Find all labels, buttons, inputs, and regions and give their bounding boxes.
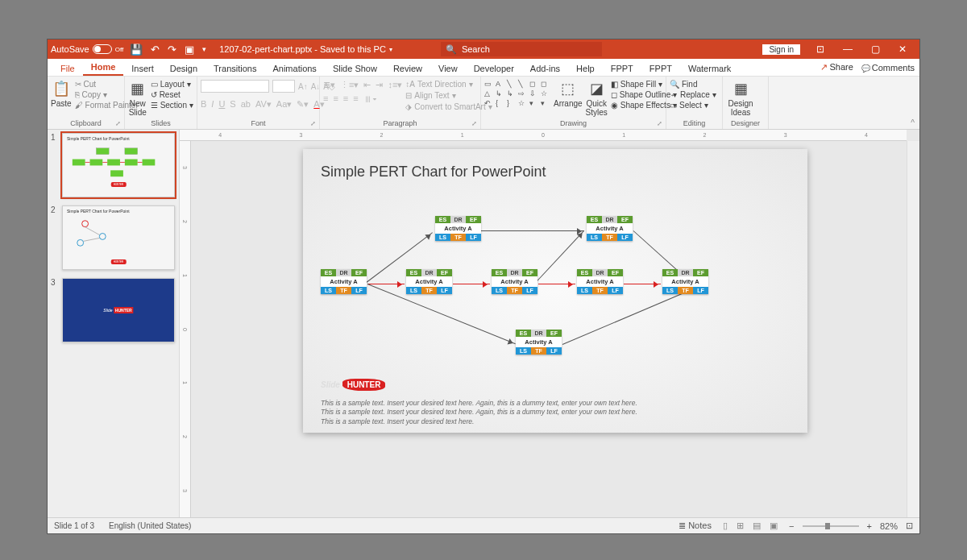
shapes-gallery[interactable]: ▭A╲╲◻◻ △↳↳⇨⇩☆ ↶{}☆▾▾: [484, 80, 550, 107]
tab-view[interactable]: View: [430, 60, 466, 76]
align-center-button[interactable]: ≡: [333, 93, 338, 103]
zoom-level[interactable]: 82%: [880, 521, 898, 531]
shrink-font-icon[interactable]: A↓: [311, 82, 321, 91]
slide-editor[interactable]: 432101234 3210123 Simple PERT Chart for …: [180, 130, 919, 517]
save-icon[interactable]: 💾: [130, 44, 143, 56]
text-direction-button[interactable]: ↕A Text Direction ▾: [405, 80, 492, 89]
indent-inc-button[interactable]: ⇥: [376, 80, 383, 90]
highlight-button[interactable]: ✎▾: [297, 99, 309, 110]
align-right-button[interactable]: ≡: [343, 93, 348, 103]
tab-fppt-2[interactable]: FPPT: [641, 60, 680, 76]
reading-view-icon[interactable]: ▤: [749, 521, 764, 530]
language-status[interactable]: English (United States): [109, 521, 191, 530]
ribbon-mode-icon[interactable]: ⊡: [807, 39, 834, 59]
tab-design[interactable]: Design: [162, 60, 205, 76]
font-launcher-icon[interactable]: ⤢: [310, 120, 316, 127]
vertical-scrollbar[interactable]: [907, 141, 919, 517]
slide-counter[interactable]: Slide 1 of 3: [54, 521, 94, 530]
thumbnail-3[interactable]: 3 Slide HUNTER: [51, 278, 176, 342]
design-ideas-button[interactable]: ▦ Design Ideas: [726, 80, 755, 117]
align-text-button[interactable]: ⊟ Align Text ▾: [405, 91, 492, 100]
tab-slideshow[interactable]: Slide Show: [325, 60, 385, 76]
strike-button[interactable]: S: [230, 99, 235, 110]
slide-title[interactable]: Simple PERT Chart for PowerPoint: [321, 164, 790, 180]
paragraph-launcher-icon[interactable]: ⤢: [471, 120, 477, 127]
replace-button[interactable]: ↔ Replace ▾: [670, 90, 716, 99]
section-button[interactable]: ☰ Section ▾: [151, 101, 193, 110]
shadow-button[interactable]: ab: [241, 99, 251, 110]
italic-button[interactable]: I: [211, 99, 214, 110]
pert-node[interactable]: ESDREFActivity ALSTFLF: [406, 269, 452, 294]
find-button[interactable]: 🔍 Find: [670, 80, 716, 89]
arrange-button[interactable]: ⬚ Arrange: [554, 80, 583, 108]
clipboard-launcher-icon[interactable]: ⤢: [115, 120, 121, 127]
tab-file[interactable]: File: [52, 60, 83, 76]
search-box[interactable]: 🔍 Search: [441, 42, 602, 56]
smartart-button[interactable]: ⬗ Convert to SmartArt ▾: [405, 102, 492, 111]
tab-home[interactable]: Home: [83, 59, 124, 76]
normal-view-icon[interactable]: ▯: [720, 521, 731, 530]
bullets-button[interactable]: ≣▾: [323, 80, 335, 90]
tab-help[interactable]: Help: [568, 60, 603, 76]
indent-dec-button[interactable]: ⇤: [363, 80, 371, 90]
thumbnail-2[interactable]: 2 Simple PERT Chart for PowerPoint HUNTE…: [51, 205, 176, 270]
pert-node[interactable]: ESDREFActivity ALSTFLF: [662, 269, 708, 294]
vertical-ruler[interactable]: 3210123: [180, 141, 191, 517]
present-icon[interactable]: ▣: [185, 44, 194, 56]
signin-button[interactable]: Sign in: [762, 44, 800, 55]
pert-node[interactable]: ESDREFActivity ALSTFLF: [516, 330, 562, 355]
grow-font-icon[interactable]: A↑: [298, 82, 308, 91]
tab-fppt-1[interactable]: FPPT: [603, 60, 641, 76]
autosave-toggle[interactable]: AutoSave Off: [51, 44, 123, 54]
qat-more-icon[interactable]: ▾: [202, 45, 206, 53]
pert-node[interactable]: ESDREFActivity ALSTFLF: [587, 216, 633, 241]
slideshow-view-icon[interactable]: ▣: [766, 521, 781, 530]
comments-button[interactable]: Comments: [861, 63, 915, 73]
bold-button[interactable]: B: [201, 99, 206, 110]
slide-thumbnails-panel[interactable]: 1 Simple PERT Chart for PowerPoint HUNTE…: [48, 130, 180, 517]
layout-button[interactable]: ▭ Layout ▾: [151, 80, 193, 89]
case-button[interactable]: Aa▾: [276, 99, 292, 110]
justify-button[interactable]: ≡: [353, 93, 358, 103]
pert-node[interactable]: ESDREFActivity ALSTFLF: [492, 269, 537, 294]
close-button[interactable]: ✕: [889, 39, 916, 59]
pert-node[interactable]: ESDREFActivity ALSTFLF: [321, 269, 367, 294]
font-name-select[interactable]: [201, 80, 269, 93]
minimize-button[interactable]: —: [834, 39, 861, 59]
title-dropdown-icon[interactable]: ▾: [389, 46, 392, 53]
pert-node[interactable]: ESDREFActivity ALSTFLF: [577, 269, 623, 294]
tab-addins[interactable]: Add-ins: [522, 60, 568, 76]
sorter-view-icon[interactable]: ⊞: [733, 521, 747, 530]
fit-to-window-icon[interactable]: ⊡: [906, 521, 913, 531]
undo-icon[interactable]: ↶: [151, 44, 160, 56]
zoom-out-button[interactable]: −: [789, 521, 794, 531]
maximize-button[interactable]: ▢: [861, 39, 889, 59]
tab-insert[interactable]: Insert: [123, 60, 162, 76]
font-size-select[interactable]: [272, 80, 295, 93]
line-spacing-button[interactable]: ↕≡▾: [388, 80, 402, 90]
collapse-ribbon-icon[interactable]: ^: [911, 118, 915, 127]
quick-styles-button[interactable]: ◪ Quick Styles: [586, 80, 608, 117]
reset-button[interactable]: ↺ Reset: [151, 90, 193, 99]
tab-transitions[interactable]: Transitions: [205, 60, 264, 76]
redo-icon[interactable]: ↷: [168, 44, 176, 56]
zoom-in-button[interactable]: +: [867, 521, 872, 531]
thumbnail-1[interactable]: 1 Simple PERT Chart for PowerPoint HUNTE…: [51, 133, 176, 197]
zoom-slider[interactable]: [803, 525, 859, 527]
columns-button[interactable]: ⫼▾: [363, 93, 377, 103]
paste-button[interactable]: 📋 Paste: [51, 80, 72, 108]
sample-text[interactable]: This is a sample text. Insert your desir…: [321, 399, 637, 426]
notes-button[interactable]: ≣ Notes: [679, 521, 712, 531]
share-button[interactable]: Share: [820, 62, 853, 73]
align-left-button[interactable]: ≡: [323, 93, 328, 103]
tab-watermark[interactable]: Watermark: [680, 60, 739, 76]
horizontal-ruler[interactable]: 432101234: [180, 130, 907, 141]
tab-animations[interactable]: Animations: [264, 60, 324, 76]
new-slide-button[interactable]: ▦ New Slide: [128, 80, 147, 117]
slide-canvas[interactable]: Simple PERT Chart for PowerPoint ESDREFA…: [303, 149, 807, 433]
pert-node[interactable]: ESDREFActivity ALSTFLF: [435, 216, 481, 241]
underline-button[interactable]: U: [218, 99, 225, 110]
numbering-button[interactable]: ⋮≡▾: [340, 80, 359, 90]
tab-review[interactable]: Review: [385, 60, 430, 76]
tab-developer[interactable]: Developer: [466, 60, 522, 76]
